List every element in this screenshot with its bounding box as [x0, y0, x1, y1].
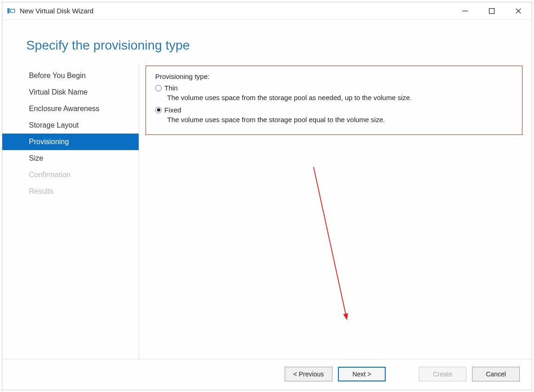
- provisioning-type-label: Provisioning type:: [155, 73, 517, 80]
- step-label: Storage Layout: [29, 121, 79, 129]
- step-label: Size: [29, 154, 43, 162]
- radio-icon: [155, 107, 162, 113]
- step-results: Results: [2, 183, 139, 200]
- radio-label: Thin: [164, 84, 178, 92]
- step-storage-layout[interactable]: Storage Layout: [2, 117, 139, 134]
- main-row: Before You Begin Virtual Disk Name Enclo…: [2, 64, 532, 359]
- step-before-you-begin[interactable]: Before You Begin: [2, 67, 139, 84]
- window-title: New Virtual Disk Wizard: [20, 7, 452, 15]
- svg-line-6: [314, 167, 347, 319]
- svg-rect-1: [11, 9, 15, 12]
- step-confirmation: Confirmation: [2, 167, 139, 183]
- close-button[interactable]: [505, 2, 532, 19]
- radio-label: Fixed: [164, 106, 181, 114]
- wizard-steps-sidebar: Before You Begin Virtual Disk Name Enclo…: [2, 64, 139, 359]
- svg-rect-0: [7, 8, 10, 13]
- window-controls: [452, 2, 532, 19]
- page-heading: Specify the provisioning type: [2, 20, 532, 64]
- radio-thin-description: The volume uses space from the storage p…: [167, 94, 517, 101]
- step-provisioning[interactable]: Provisioning: [2, 134, 139, 150]
- title-bar: New Virtual Disk Wizard: [2, 2, 532, 20]
- content-area: Specify the provisioning type Before You…: [2, 20, 532, 390]
- maximize-button[interactable]: [478, 2, 505, 19]
- button-gap: [391, 367, 413, 381]
- svg-rect-3: [489, 8, 495, 13]
- radio-fixed-description: The volume uses space from the storage p…: [167, 116, 517, 123]
- cancel-button[interactable]: Cancel: [472, 367, 520, 381]
- next-button[interactable]: Next >: [338, 367, 386, 381]
- step-enclosure-awareness[interactable]: Enclosure Awareness: [2, 101, 139, 117]
- previous-button[interactable]: < Previous: [285, 367, 332, 381]
- step-label: Results: [29, 187, 53, 196]
- step-label: Enclosure Awareness: [29, 105, 100, 113]
- wizard-window: New Virtual Disk Wizard Specify the prov…: [2, 2, 532, 390]
- step-label: Virtual Disk Name: [29, 88, 88, 96]
- minimize-button[interactable]: [452, 2, 478, 19]
- radio-fixed[interactable]: Fixed: [155, 106, 517, 114]
- annotation-highlight: Provisioning type: Thin The volume uses …: [146, 66, 523, 135]
- main-pane: Provisioning type: Thin The volume uses …: [139, 64, 532, 359]
- step-label: Confirmation: [29, 171, 71, 179]
- step-label: Before You Begin: [29, 72, 86, 80]
- step-size[interactable]: Size: [2, 150, 139, 167]
- radio-thin[interactable]: Thin: [155, 84, 517, 92]
- wizard-footer: < Previous Next > Create Cancel: [2, 359, 532, 390]
- radio-icon: [155, 85, 162, 91]
- step-label: Provisioning: [29, 138, 69, 146]
- create-button: Create: [419, 367, 467, 381]
- step-virtual-disk-name[interactable]: Virtual Disk Name: [2, 84, 139, 101]
- app-icon: [7, 7, 15, 15]
